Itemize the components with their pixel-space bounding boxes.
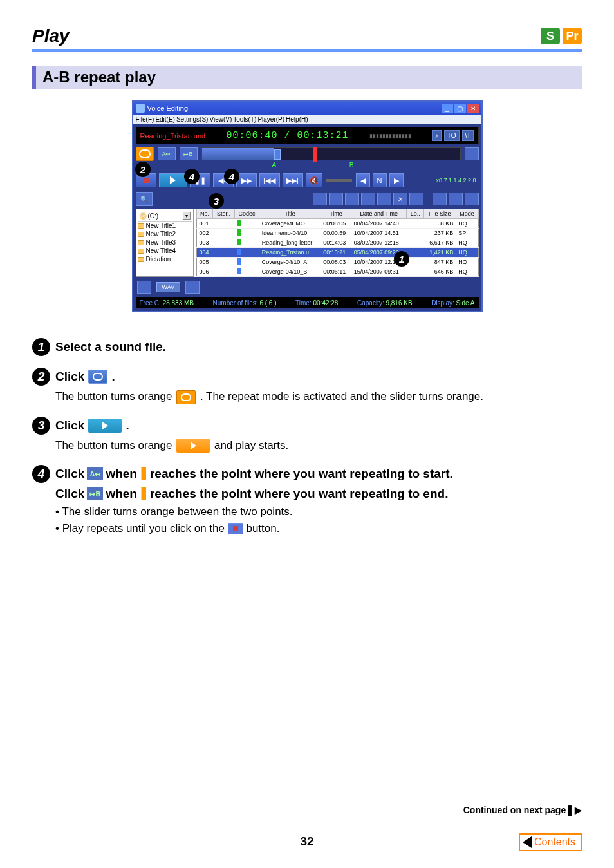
set-a-icon: A↤ xyxy=(87,467,103,480)
repeat-icon xyxy=(139,149,151,158)
step-2: 2 Click . The button turns orange . The … xyxy=(32,368,582,405)
menu-edit[interactable]: Edit(E) xyxy=(155,116,175,123)
set-b-button[interactable]: ↦B xyxy=(180,147,198,160)
close-button[interactable]: ✕ xyxy=(467,104,479,113)
table-row[interactable]: 002Idea memo-04/1000:00:5910/04/2007 14:… xyxy=(196,229,478,238)
stop-button-icon xyxy=(228,523,243,534)
tool-btn-7[interactable] xyxy=(449,193,463,205)
slider-a-label: A xyxy=(272,162,276,169)
tool-btn-5[interactable] xyxy=(377,193,391,205)
display-panel: Reading_Tristan und 00:06:40 / 00:13:21 … xyxy=(136,127,479,144)
step-3: 3 Click . The button turns orange and pl… xyxy=(32,417,582,454)
disp-btn-3[interactable]: \T xyxy=(462,130,474,141)
step-title: Click A↤ when reaches the point where yo… xyxy=(55,467,453,481)
titlebar: Voice Editing _ ▢ ✕ xyxy=(133,102,481,115)
next-track-button[interactable]: ▶▶| xyxy=(283,173,303,187)
page-footer: Continued on next page ▌▶ 32 Contents xyxy=(32,805,582,849)
tool-btn-2[interactable] xyxy=(329,193,343,205)
page-number: 32 xyxy=(32,835,582,849)
tree-item[interactable]: New Title4 xyxy=(138,247,192,255)
repeat-button-icon xyxy=(88,370,107,384)
drive-selector[interactable]: 📀(C:) ▾ xyxy=(138,211,192,222)
status-bar: Free C: 28,833 MB Number of files: 6 ( 6… xyxy=(136,297,479,308)
step-number: 1 xyxy=(32,338,50,356)
callout-4a: 4 xyxy=(184,169,200,184)
slider-row: A↤ ↦B A B xyxy=(136,147,479,161)
bt-btn-1[interactable] xyxy=(137,281,151,294)
menu-help[interactable]: Help(H) xyxy=(286,116,308,123)
current-filename: Reading_Tristan und xyxy=(140,132,206,140)
table-row[interactable]: 006Coverge-04/10_B00:06:1115/04/2007 09:… xyxy=(196,267,478,277)
bottom-toolbar: WAV xyxy=(136,279,479,295)
set-b-icon: ↦B xyxy=(87,487,103,500)
minimize-button[interactable]: _ xyxy=(442,104,453,113)
slider-thumb-icon xyxy=(141,487,146,500)
step-1: 1 Select a sound file. xyxy=(32,338,582,356)
chevron-down-icon[interactable]: ▾ xyxy=(183,212,191,220)
header-badges: S Pr xyxy=(541,28,582,44)
search-button[interactable]: 🔍 xyxy=(136,192,153,206)
tool-btn-8[interactable] xyxy=(465,193,479,205)
tree-item[interactable]: Dictation xyxy=(138,255,192,263)
tool-btn-1[interactable] xyxy=(313,193,327,205)
play-button[interactable] xyxy=(159,173,187,187)
tool-btn-refresh[interactable] xyxy=(409,193,423,205)
tree-item[interactable]: New Title2 xyxy=(138,230,192,238)
table-row[interactable]: 005Coverge-04/10_A00:08:0310/04/2007 12:… xyxy=(196,258,478,267)
speed-reset-button[interactable]: N xyxy=(373,173,387,187)
maximize-button[interactable]: ▢ xyxy=(454,104,466,113)
tool-btn-6[interactable] xyxy=(433,193,447,205)
slider-thumb-icon xyxy=(141,467,146,480)
speed-readout: x0.7 1 1.4 2 2.8 xyxy=(436,177,476,184)
menu-tools[interactable]: Tools(T) xyxy=(233,116,256,123)
tool-btn-delete[interactable]: ✕ xyxy=(393,193,407,205)
file-area: 📀(C:) ▾ New Title1 New Title2 New Title3… xyxy=(136,209,479,277)
tool-btn-3[interactable] xyxy=(345,193,359,205)
bullet: Play repeats until you click on the butt… xyxy=(55,520,582,537)
prev-track-button[interactable]: |◀◀ xyxy=(259,173,280,187)
set-a-button[interactable]: A↤ xyxy=(158,147,176,160)
folder-tree[interactable]: 📀(C:) ▾ New Title1 New Title2 New Title3… xyxy=(136,209,194,277)
callout-2: 2 xyxy=(135,162,151,177)
step-title: Click . xyxy=(55,419,129,433)
mute-button[interactable]: 🔇 xyxy=(306,173,322,187)
position-slider[interactable]: A B xyxy=(201,147,461,160)
repeat-button-active-icon xyxy=(176,390,196,404)
speed-up-button[interactable]: ▶ xyxy=(389,173,404,187)
menu-view[interactable]: View(V) xyxy=(209,116,232,123)
file-table[interactable]: No. Ster.. Codec Title Time Date and Tim… xyxy=(196,209,479,277)
badge-pr: Pr xyxy=(563,28,582,44)
menu-settings[interactable]: Settings(S) xyxy=(176,116,208,123)
bullet: The slider turns orange between the two … xyxy=(55,504,582,520)
step-number: 3 xyxy=(32,417,50,435)
instructions: 1 Select a sound file. 2 Click . The but… xyxy=(32,338,582,536)
tools-row: 🔍 ✕ xyxy=(136,192,479,206)
tool-btn-4[interactable] xyxy=(361,193,375,205)
wav-export-button[interactable]: WAV xyxy=(156,282,181,292)
disp-btn-2[interactable]: TO xyxy=(444,130,460,141)
callout-1: 1 xyxy=(394,251,409,267)
speed-down-button[interactable]: ◀ xyxy=(356,173,370,187)
fullscreen-button[interactable] xyxy=(465,147,479,160)
disp-btn-1[interactable]: ♪ xyxy=(432,130,442,141)
slider-b-label: B xyxy=(349,162,354,169)
back-triangle-icon xyxy=(523,836,532,848)
menu-file[interactable]: File(F) xyxy=(136,116,154,123)
step-body: The button turns orange and play starts. xyxy=(55,437,582,454)
app-title: Voice Editing xyxy=(147,104,189,112)
section-title: A-B repeat play xyxy=(32,66,582,89)
table-row[interactable]: 003Reading_long-letter00:14:0303/02/2007… xyxy=(196,238,478,248)
tree-item[interactable]: New Title3 xyxy=(138,238,192,247)
table-row[interactable]: 001CoverageMEMO00:08:0508/04/2007 14:403… xyxy=(196,219,478,229)
app-icon xyxy=(136,104,145,113)
screenshot-wrapper: 2 4 4 3 1 Voice Editing _ ▢ ✕ File(F) Ed… xyxy=(32,100,582,312)
repeat-button[interactable] xyxy=(136,147,154,161)
menu-player[interactable]: Player(P) xyxy=(257,116,284,123)
contents-button[interactable]: Contents xyxy=(519,833,582,851)
tree-item[interactable]: New Title1 xyxy=(138,222,192,230)
step-title: Click . xyxy=(55,370,115,384)
step-title: Select a sound file. xyxy=(55,340,166,354)
page-title: Play xyxy=(32,26,70,46)
table-row[interactable]: 004Reading_Tristan u..00:13:2105/04/2007… xyxy=(196,248,478,258)
bt-btn-2[interactable] xyxy=(185,281,200,294)
